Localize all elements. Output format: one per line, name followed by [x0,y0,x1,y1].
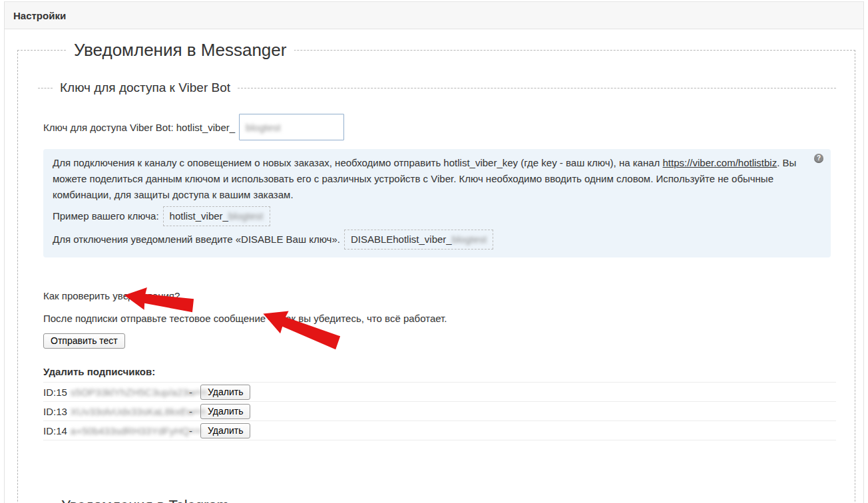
disable-key-row: Для отключения уведомлений введите «DISA… [53,230,804,250]
delete-subscriber-button[interactable]: Удалить [200,423,250,438]
viber-key-row: Ключ для доступа Viber Bot: hotlist_vibe… [43,114,836,140]
disable-key-prefix: DISABLEhotlist_viber_ [351,232,452,248]
divider [238,88,836,88]
messenger-notifications-section: Уведомления в Messanger Ключ для доступа… [17,40,855,503]
delete-subscriber-button[interactable]: Удалить [200,385,250,400]
subscriber-id: ID:13 [43,406,67,417]
subscriber-row: ID:13 XUv33olvUdx33sKaL8kxEw== - Удалить [43,402,836,421]
messenger-section-title: Уведомления в Messanger [66,40,294,61]
subscriber-token: a+50b433sdRH33YdFyHQ== [71,425,201,436]
subscriber-id: ID:14 [43,425,67,436]
help-icon[interactable]: ? [814,154,823,163]
divider [38,88,53,88]
subscriber-id-token: ID:13 XUv33olvUdx33sKaL8kxEw== [43,406,186,417]
topbar: Настройки [5,2,863,29]
viber-channel-link[interactable]: https://viber.com/hotlistbiz [662,157,777,168]
viber-key-value: blogtest [246,122,281,133]
settings-page: Настройки Уведомления в Messanger Ключ д… [4,1,864,503]
subscribers-title: Удалить подписчиков: [43,366,836,383]
disable-key-value: blogtest [452,232,487,248]
viber-info-text: Для подключения к каналу с оповещением о… [53,155,804,203]
disable-key-label: Для отключения уведомлений введите «DISA… [53,232,340,248]
viber-info-box: Для подключения к каналу с оповещением о… [43,149,831,257]
delete-subscriber-button[interactable]: Удалить [200,404,250,419]
example-key-value: blogtest [228,208,264,224]
subscriber-id: ID:15 [43,387,67,398]
example-key-label: Пример вашего ключа: [53,208,159,224]
viber-key-label: Ключ для доступа Viber Bot: hotlist_vibe… [43,122,235,133]
subscriber-row: ID:14 a+50b433sdRH33YdFyHQ== - Удалить [43,421,836,440]
info-text-before-link: Для подключения к каналу с оповещением о… [53,157,662,168]
disable-key-box: DISABLEhotlist_viber_ blogtest [344,230,493,250]
viber-key-section-header: Ключ для доступа к Viber Bot [38,81,836,95]
telegram-section-title: Уведомления в Telegram [54,497,236,503]
check-notifications-title: Как проверить уведомления? [43,290,836,301]
example-key-prefix: hotlist_viber_ [170,208,228,224]
send-test-button[interactable]: Отправить тест [43,333,125,349]
example-key-box: hotlist_viber_ blogtest [163,206,270,226]
subscriber-token: XUv33olvUdx33sKaL8kxEw== [71,406,206,417]
subscriber-row: ID:15 s5OP33klYhZH5C3up/a23w== - Удалить [43,383,836,402]
viber-key-input[interactable]: blogtest [239,114,344,140]
page-title: Настройки [13,10,66,21]
viber-key-section-title: Ключ для доступа к Viber Bot [53,81,238,95]
subscriber-id-token: ID:15 s5OP33klYhZH5C3up/a23w== [43,387,186,398]
subscriber-id-token: ID:14 a+50b433sdRH33YdFyHQ== [43,425,186,436]
check-notifications-text: После подписки отправьте тестовое сообще… [43,313,836,324]
subscriber-token: s5OP33klYhZH5C3up/a23w== [71,387,207,398]
viber-section-body: Ключ для доступа Viber Bot: hotlist_vibe… [38,114,836,440]
telegram-section-header: Уведомления в Telegram [38,497,836,503]
example-key-row: Пример вашего ключа: hotlist_viber_ blog… [53,206,804,226]
